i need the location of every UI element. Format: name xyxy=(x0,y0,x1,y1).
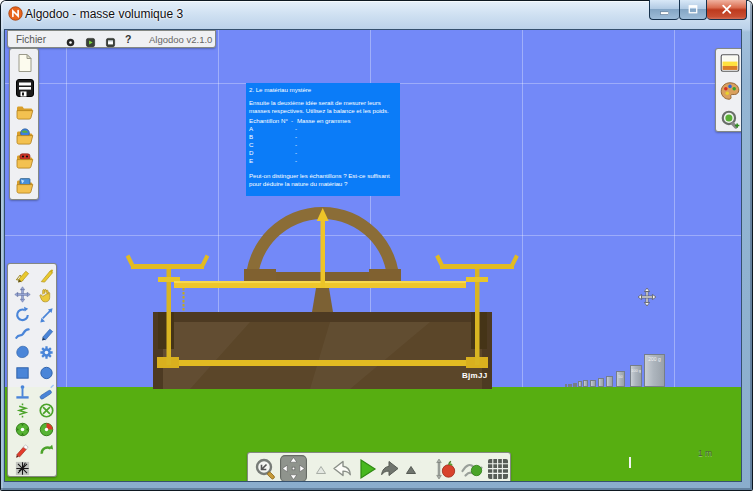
menu-fichier[interactable]: Fichier xyxy=(16,31,46,48)
play-window-icon[interactable] xyxy=(85,34,96,45)
algodoo-app-icon xyxy=(8,6,23,21)
move-tool[interactable] xyxy=(14,286,31,303)
text-caret xyxy=(629,457,631,468)
axle-tool[interactable] xyxy=(14,421,31,438)
info-question: pour déduire la nature du matériau ? xyxy=(249,180,347,187)
motor-tool[interactable] xyxy=(38,421,55,438)
undo-button[interactable] xyxy=(329,457,353,481)
plane-tool[interactable] xyxy=(14,383,31,400)
menu-help-button[interactable]: ? xyxy=(125,31,131,48)
rotate-tool[interactable] xyxy=(14,306,31,323)
weight[interactable]: 50 xyxy=(616,371,625,387)
brush-tool[interactable] xyxy=(14,325,31,342)
weight[interactable] xyxy=(606,376,613,387)
view-toolbar xyxy=(715,48,741,132)
play-button[interactable] xyxy=(357,457,378,481)
tools-toolbar xyxy=(7,263,57,477)
move-cursor-icon xyxy=(637,287,657,307)
window-icon[interactable] xyxy=(105,34,116,45)
minimize-icon xyxy=(650,0,679,19)
weight[interactable] xyxy=(578,381,582,387)
app-version-label: Algodoo v2.1.0 xyxy=(149,31,212,48)
window-title: Algodoo - masse volumique 3 xyxy=(25,0,183,29)
weight-label: 200 g xyxy=(648,355,661,362)
box-tool[interactable] xyxy=(14,364,31,381)
open-components-button[interactable] xyxy=(15,176,35,196)
laser-tool[interactable] xyxy=(38,383,55,400)
redo-button[interactable] xyxy=(379,457,403,481)
scene-canvas[interactable]: 2. Le matériau mystèreEnsuite la deuxièm… xyxy=(5,30,741,481)
weight-label: 100 g xyxy=(631,366,641,373)
record-icon[interactable] xyxy=(65,34,76,45)
info-question: Peut-on distinguer les échantillons ? Es… xyxy=(249,172,390,179)
minimize-button[interactable] xyxy=(649,0,679,20)
hinge-tool[interactable] xyxy=(38,441,55,458)
gear-tool[interactable] xyxy=(38,344,55,361)
info-paragraph: masses respectives. Utilisez la balance … xyxy=(249,107,389,114)
close-icon xyxy=(707,0,746,19)
window-buttons xyxy=(649,0,747,20)
sketch-tool[interactable] xyxy=(14,267,31,284)
air-friction-button[interactable] xyxy=(460,457,484,481)
blob-tool[interactable] xyxy=(14,344,31,361)
palette-button[interactable] xyxy=(719,80,741,102)
weight[interactable]: 100 g xyxy=(630,365,642,387)
playback-toolbar xyxy=(247,452,511,481)
fixate-tool[interactable] xyxy=(38,402,55,419)
grid-scale-label: 1 m xyxy=(698,448,712,458)
tracer-tool[interactable] xyxy=(14,441,31,458)
info-paragraph: Ensuite la deuxième idée serait de mesur… xyxy=(249,99,381,106)
grid-button[interactable] xyxy=(486,457,510,481)
zoom-scene-button[interactable] xyxy=(719,108,741,130)
polygon-tool[interactable] xyxy=(38,325,55,342)
drag-tool[interactable] xyxy=(38,286,55,303)
pan-tool-button[interactable] xyxy=(280,455,307,481)
texture-tool[interactable] xyxy=(14,460,31,477)
spring-tool[interactable] xyxy=(14,402,31,419)
gravity-button[interactable] xyxy=(434,457,458,481)
save-scene-button[interactable] xyxy=(15,78,35,98)
scene-signature: BjmJJ xyxy=(462,371,488,380)
maximize-icon xyxy=(680,0,706,19)
maximize-button[interactable] xyxy=(679,0,707,20)
title-bar[interactable]: Algodoo - masse volumique 3 xyxy=(0,0,753,30)
open-scenes-button[interactable] xyxy=(15,127,35,147)
menu-bar: Fichier ? Algodoo v2.1.0 xyxy=(7,30,216,48)
weight[interactable] xyxy=(590,380,596,388)
scale-tool[interactable] xyxy=(38,306,55,323)
balance-scale[interactable] xyxy=(120,205,520,395)
weight-label: 50 xyxy=(617,372,624,379)
weight[interactable] xyxy=(598,378,604,388)
knife-tool[interactable] xyxy=(38,267,55,284)
open-folder-button[interactable] xyxy=(15,102,35,122)
weight[interactable]: 200 g xyxy=(644,354,665,387)
open-lessons-button[interactable] xyxy=(15,151,35,171)
app-window: Algodoo - masse volumique 3 2. Le matéri… xyxy=(0,0,753,491)
circle-tool[interactable] xyxy=(38,364,55,381)
file-toolbar xyxy=(9,48,39,200)
info-title: 2. Le matériau mystère xyxy=(249,86,311,93)
redo-expand-button[interactable] xyxy=(405,465,417,475)
weight[interactable] xyxy=(583,380,588,387)
undo-expand-button[interactable] xyxy=(315,465,327,475)
new-scene-button[interactable] xyxy=(15,53,35,73)
instructions-text-box[interactable]: 2. Le matériau mystèreEnsuite la deuxièm… xyxy=(246,83,400,196)
zoom-tool-button[interactable] xyxy=(254,457,278,481)
background-layers-button[interactable] xyxy=(719,52,741,74)
close-button[interactable] xyxy=(707,0,747,20)
